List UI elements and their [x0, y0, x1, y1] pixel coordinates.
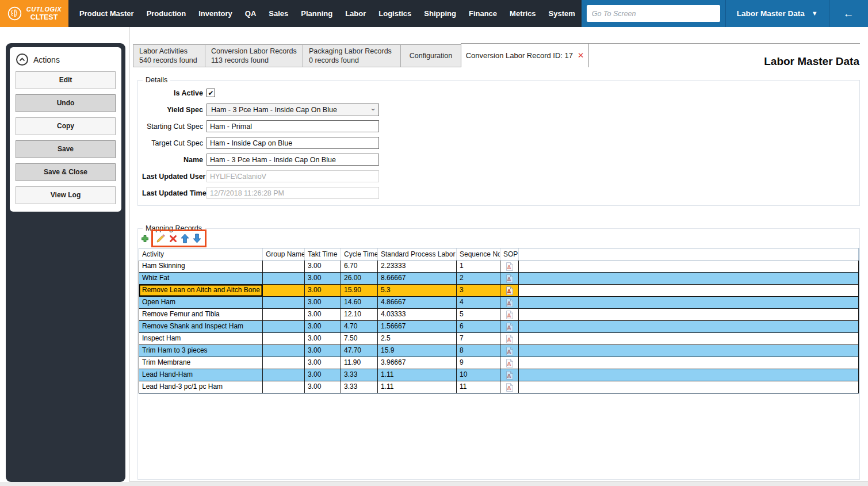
row-filler: [519, 297, 858, 308]
table-row[interactable]: Trim Ham to 3 pieces3.0047.7015.98A: [139, 345, 858, 357]
field-label: Yield Spec: [142, 106, 203, 114]
table-row[interactable]: Lead Hand-Ham3.003.331.1110A: [139, 369, 858, 381]
cell-standard-process-labor: 1.11: [378, 369, 457, 381]
tab-conversion-labor-record-id-17[interactable]: Conversion Labor Record ID: 17✕: [461, 43, 589, 67]
svg-text:A: A: [507, 264, 511, 270]
cell-sop[interactable]: A: [500, 261, 519, 272]
cell-takt-time: 3.00: [305, 297, 341, 308]
tab-title: Conversion Labor Record ID: 17: [466, 51, 573, 60]
pdf-icon: A: [506, 347, 513, 355]
menu-item-production[interactable]: Production: [140, 0, 193, 27]
is-active-checkbox[interactable]: ✔: [207, 89, 215, 97]
go-to-screen-input[interactable]: [587, 5, 720, 22]
cell-group-name: [263, 273, 305, 284]
cell-sop[interactable]: A: [500, 357, 519, 369]
move-up-icon: [181, 234, 189, 243]
cell-sop[interactable]: A: [500, 345, 519, 357]
column-header-sequence-no[interactable]: Sequence No: [457, 248, 500, 260]
table-row[interactable]: Remove Shank and Inspect Ham3.004.701.56…: [139, 321, 858, 333]
svg-text:A: A: [507, 288, 511, 294]
table-body: Ham Skinning3.006.702.233331AWhiz Fat3.0…: [139, 261, 859, 393]
column-header-standard-process-labor[interactable]: Standard Process Labor: [378, 248, 457, 260]
undo-button[interactable]: Undo: [16, 94, 116, 112]
tab-title: Configuration: [410, 51, 452, 60]
tab-configuration[interactable]: Configuration: [400, 44, 461, 67]
menu-item-qa[interactable]: QA: [239, 0, 263, 27]
pdf-icon: A: [506, 274, 513, 283]
save-button[interactable]: Save: [16, 140, 116, 158]
table-row[interactable]: Lead Hand-3 pc/1 pc Ham3.003.331.1111A: [139, 381, 858, 393]
menu-item-sales[interactable]: Sales: [262, 0, 295, 27]
table-row[interactable]: Inspect Ham3.007.502.57A: [139, 333, 858, 345]
cell-takt-time: 3.00: [305, 345, 341, 357]
cell-takt-time: 3.00: [305, 309, 341, 320]
column-header-cycle-time[interactable]: Cycle Time: [341, 248, 378, 260]
cell-activity: Remove Shank and Inspect Ham: [139, 321, 263, 332]
menu-item-product-master[interactable]: Product Master: [73, 0, 140, 27]
cell-takt-time: 3.00: [305, 333, 341, 345]
form-row-last-updated-time: Last Updated Time: [142, 187, 379, 199]
tab-conversion-labor-records[interactable]: Conversion Labor Records113 records foun…: [205, 44, 303, 67]
table-row[interactable]: Open Ham3.0014.604.866674A: [139, 297, 858, 309]
cell-standard-process-labor: 1.11: [378, 381, 457, 393]
menu-item-planning[interactable]: Planning: [295, 0, 339, 27]
menu-item-labor[interactable]: Labor: [339, 0, 372, 27]
yield-spec-dropdown[interactable]: Ham - 3 Pce Ham - Inside Cap On Blue›: [207, 104, 379, 116]
cell-cycle-time: 14.60: [341, 297, 378, 308]
column-header-takt-time[interactable]: Takt Time: [305, 248, 341, 260]
move-down-button[interactable]: [192, 233, 202, 244]
column-header-sop[interactable]: SOP: [500, 248, 519, 260]
cell-sop[interactable]: A: [500, 285, 519, 296]
edit-button[interactable]: [155, 233, 166, 244]
cell-group-name: [263, 261, 305, 272]
view-log-button[interactable]: View Log: [16, 186, 116, 204]
pdf-icon: A: [506, 371, 513, 380]
move-up-button[interactable]: [179, 233, 190, 244]
row-filler: [519, 285, 858, 296]
column-header-activity[interactable]: Activity: [139, 248, 263, 260]
cell-sop[interactable]: A: [500, 321, 519, 332]
collapse-panel-button[interactable]: [16, 53, 28, 66]
target-cut-spec-field[interactable]: [207, 137, 379, 149]
table-row[interactable]: Remove Femur and Tibia3.0012.104.033335A: [139, 309, 858, 321]
edit-button[interactable]: Edit: [16, 71, 116, 89]
cell-sop[interactable]: A: [500, 297, 519, 308]
table-row[interactable]: Whiz Fat3.0026.008.666672A: [139, 273, 858, 285]
menu-item-shipping[interactable]: Shipping: [418, 0, 462, 27]
menu-item-inventory[interactable]: Inventory: [192, 0, 239, 27]
field-label: Last Updated Time: [142, 189, 203, 197]
tab-labor-activities[interactable]: Labor Activities540 records found: [133, 44, 205, 67]
starting-cut-spec-field[interactable]: [207, 120, 379, 132]
cell-cycle-time: 3.33: [341, 381, 378, 393]
tab-close-icon[interactable]: ✕: [578, 51, 584, 60]
screen-selector-dropdown[interactable]: Labor Master Data ▼: [726, 9, 829, 18]
cell-group-name: [263, 369, 305, 381]
menu-item-metrics[interactable]: Metrics: [503, 0, 542, 27]
tab-record-count: 0 records found: [309, 56, 400, 65]
table-row[interactable]: Trim Membrane3.0011.903.966679A: [139, 357, 858, 369]
add-button[interactable]: [139, 233, 150, 244]
cell-activity: Trim Ham to 3 pieces: [139, 345, 263, 357]
actions-card: Actions EditUndoCopySaveSave & CloseView…: [10, 47, 121, 212]
cell-sequence-no: 9: [457, 357, 500, 369]
save-close-button[interactable]: Save & Close: [16, 163, 116, 181]
cell-sop[interactable]: A: [500, 381, 519, 393]
menu-item-system[interactable]: System: [542, 0, 582, 27]
name-field[interactable]: [207, 154, 379, 166]
field-label: Target Cut Spec: [142, 139, 203, 147]
tab-packaging-labor-records[interactable]: Packaging Labor Records0 records found: [303, 44, 401, 67]
cell-sop[interactable]: A: [500, 309, 519, 320]
back-arrow-button[interactable]: ←: [843, 8, 854, 19]
app-logo: CUTLOGIX CLTEST: [0, 0, 68, 27]
table-row[interactable]: Ham Skinning3.006.702.233331A: [139, 261, 858, 273]
table-row[interactable]: Remove Lean on Aitch and Aitch Bone3.001…: [139, 285, 858, 297]
cell-activity: Lead Hand-Ham: [139, 369, 263, 381]
cell-sop[interactable]: A: [500, 273, 519, 284]
cell-sop[interactable]: A: [500, 333, 519, 345]
cell-sop[interactable]: A: [500, 369, 519, 381]
menu-item-finance[interactable]: Finance: [462, 0, 503, 27]
menu-item-logistics[interactable]: Logistics: [372, 0, 418, 27]
delete-button[interactable]: [167, 233, 178, 244]
column-header-group-name[interactable]: Group Name: [263, 248, 305, 260]
copy-button[interactable]: Copy: [16, 117, 116, 135]
